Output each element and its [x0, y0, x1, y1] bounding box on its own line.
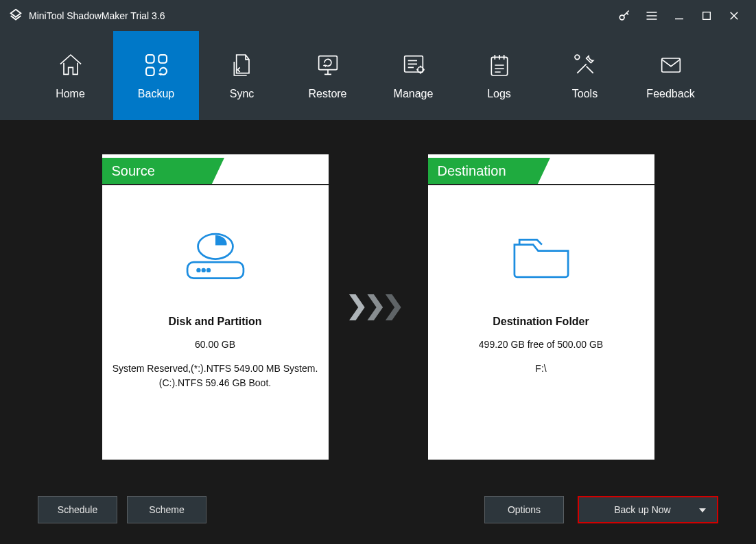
scheme-button[interactable]: Scheme — [127, 496, 206, 523]
destination-title: Destination Folder — [493, 316, 589, 328]
svg-rect-8 — [491, 57, 507, 75]
destination-card[interactable]: Destination Destination Folder 499.20 GB… — [428, 154, 654, 460]
svg-point-0 — [619, 15, 624, 20]
svg-point-12 — [197, 269, 200, 272]
svg-rect-1 — [703, 12, 711, 19]
menu-icon[interactable] — [638, 0, 665, 31]
source-tab: Source — [102, 158, 212, 184]
svg-point-13 — [202, 269, 204, 272]
nav-backup-label: Backup — [138, 88, 174, 99]
minimize-button[interactable] — [665, 0, 693, 31]
nav-tools[interactable]: Tools — [542, 31, 628, 120]
svg-rect-2 — [146, 55, 154, 63]
nav-backup[interactable]: Backup — [113, 31, 199, 120]
nav-restore-label: Restore — [308, 88, 346, 99]
arrows-icon — [349, 294, 407, 321]
disk-icon — [181, 220, 250, 292]
maximize-button[interactable] — [693, 0, 720, 31]
svg-rect-3 — [158, 55, 167, 63]
app-title: MiniTool ShadowMaker Trial 3.6 — [29, 10, 165, 21]
content-area: Source Disk and Partition 60.00 GB Syste… — [0, 120, 756, 544]
nav-home-label: Home — [56, 88, 85, 99]
nav-manage-label: Manage — [394, 88, 434, 99]
nav-sync-label: Sync — [230, 88, 255, 99]
options-button[interactable]: Options — [484, 496, 564, 523]
destination-path: F:\ — [528, 362, 553, 376]
app-logo-icon — [8, 8, 23, 23]
backup-now-button[interactable]: Back up Now — [578, 496, 718, 523]
nav-feedback[interactable]: Feedback — [628, 31, 713, 120]
key-icon[interactable] — [611, 0, 638, 31]
svg-rect-4 — [146, 67, 154, 75]
nav-home[interactable]: Home — [27, 31, 113, 120]
svg-rect-5 — [318, 56, 337, 70]
nav-feedback-label: Feedback — [646, 88, 694, 99]
main-nav: Home Backup Sync Restore Manage Logs Too… — [0, 31, 756, 120]
nav-logs[interactable]: Logs — [456, 31, 542, 120]
cards-row: Source Disk and Partition 60.00 GB Syste… — [27, 154, 729, 460]
nav-logs-label: Logs — [487, 88, 511, 99]
nav-manage[interactable]: Manage — [370, 31, 456, 120]
svg-point-9 — [575, 55, 580, 60]
folder-icon — [507, 220, 576, 292]
source-detail: System Reserved,(*:).NTFS 549.00 MB Syst… — [102, 362, 329, 390]
bottom-bar: Schedule Scheme Options Back up Now — [0, 496, 756, 523]
source-size: 60.00 GB — [188, 338, 242, 352]
title-bar: MiniTool ShadowMaker Trial 3.6 — [0, 0, 756, 31]
close-button[interactable] — [720, 0, 748, 31]
nav-restore[interactable]: Restore — [285, 31, 370, 120]
svg-rect-10 — [661, 58, 680, 72]
source-card[interactable]: Source Disk and Partition 60.00 GB Syste… — [102, 154, 329, 460]
source-tab-label: Source — [112, 163, 155, 179]
svg-point-14 — [207, 269, 210, 272]
nav-tools-label: Tools — [572, 88, 598, 99]
destination-tab-label: Destination — [438, 163, 506, 179]
source-title: Disk and Partition — [168, 316, 261, 328]
destination-tab: Destination — [428, 158, 538, 184]
svg-rect-11 — [187, 262, 244, 279]
destination-free: 499.20 GB free of 500.00 GB — [472, 338, 610, 352]
schedule-button[interactable]: Schedule — [38, 496, 117, 523]
nav-sync[interactable]: Sync — [199, 31, 285, 120]
